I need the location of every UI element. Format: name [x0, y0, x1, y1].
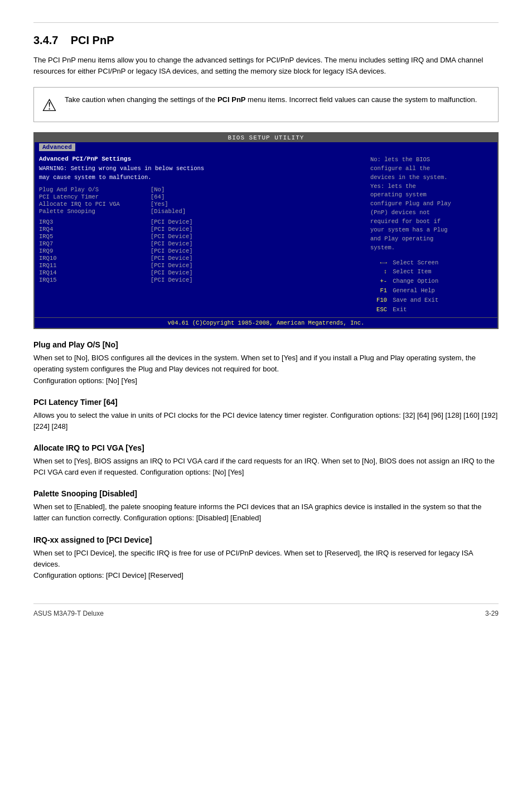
subsection-text-plug-play: When set to [No], BIOS configures all th… — [33, 352, 499, 386]
bios-tab-advanced[interactable]: Advanced — [39, 143, 75, 151]
subsection-text-allocate-irq: When set to [Yes], BIOS assigns an IRQ t… — [33, 456, 499, 478]
bios-row-irq4: IRQ4 [PCI Device] — [39, 226, 370, 233]
subsection-irq-assigned: IRQ-xx assigned to [PCI Device] When set… — [33, 535, 499, 581]
warning-box: ⚠ Take caution when changing the setting… — [33, 87, 499, 122]
bios-nav-exit: ESC Exit — [370, 305, 493, 315]
bios-left-panel: Advanced PCI/PnP Settings WARNING: Setti… — [39, 156, 370, 314]
subsection-title-palette: Palette Snooping [Disabled] — [33, 489, 499, 498]
bios-navigation: ←→ Select Screen ↕ Select Item +- Change… — [370, 258, 493, 315]
bios-warning: WARNING: Setting wrong values in below s… — [39, 165, 370, 181]
subsection-text-palette: When set to [Enabled], the palete snoopi… — [33, 501, 499, 524]
bios-row-irq9: IRQ9 [PCI Device] — [39, 248, 370, 254]
bios-nav-help: F1 General Help — [370, 286, 493, 296]
bios-row-plug-play: Plug And Play O/S [No] — [39, 186, 370, 193]
footer-left: ASUS M3A79-T Deluxe — [33, 610, 104, 617]
subsection-plug-play: Plug and Play O/S [No] When set to [No],… — [33, 340, 499, 386]
bios-row-irq3: IRQ3 [PCI Device] — [39, 219, 370, 225]
subsection-title-plug-play: Plug and Play O/S [No] — [33, 340, 499, 349]
bios-footer: v04.61 (C)Copyright 1985-2008, American … — [35, 317, 497, 328]
bios-nav-item: ↕ Select Item — [370, 267, 493, 277]
subsection-text-pci-latency: Allows you to select the value in units … — [33, 410, 499, 432]
bios-content: Advanced PCI/PnP Settings WARNING: Setti… — [35, 152, 497, 317]
subsection-title-pci-latency: PCI Latency Timer [64] — [33, 398, 499, 407]
bios-description: No: lets the BIOS configure all the devi… — [370, 156, 493, 252]
subsection-title-allocate-irq: Allocate IRQ to PCI VGA [Yes] — [33, 443, 499, 452]
bios-row-pci-latency: PCI Latency Timer [64] — [39, 194, 370, 200]
warning-text: Take caution when changing the settings … — [65, 94, 477, 105]
bios-section-header: Advanced PCI/PnP Settings — [39, 156, 370, 162]
bios-row-irq7: IRQ7 [PCI Device] — [39, 240, 370, 247]
warning-icon: ⚠ — [42, 95, 57, 115]
bios-right-panel: No: lets the BIOS configure all the devi… — [370, 156, 493, 314]
footer-right: 3-29 — [485, 610, 499, 617]
subsection-palette: Palette Snooping [Disabled] When set to … — [33, 489, 499, 524]
bios-row-irq10: IRQ10 [PCI Device] — [39, 255, 370, 262]
bios-row-palette: Palette Snooping [Disabled] — [39, 208, 370, 215]
subsection-text-irq-assigned: When set to [PCI Device], the specific I… — [33, 548, 499, 581]
bios-tab-bar: Advanced — [35, 142, 497, 152]
bios-row-irq5: IRQ5 [PCI Device] — [39, 233, 370, 240]
bios-screen: BIOS SETUP UTILITY Advanced Advanced PCI… — [33, 132, 499, 329]
bios-row-allocate-irq: Allocate IRQ to PCI VGA [Yes] — [39, 201, 370, 207]
bios-nav-screen: ←→ Select Screen — [370, 258, 493, 268]
warning-bold: PCI PnP — [217, 95, 246, 104]
subsection-title-irq-assigned: IRQ-xx assigned to [PCI Device] — [33, 535, 499, 544]
bios-row-irq14: IRQ14 [PCI Device] — [39, 269, 370, 276]
page-footer: ASUS M3A79-T Deluxe 3-29 — [33, 603, 499, 617]
subsection-pci-latency: PCI Latency Timer [64] Allows you to sel… — [33, 398, 499, 432]
bios-row-irq11: IRQ11 [PCI Device] — [39, 262, 370, 269]
bios-nav-option: +- Change Option — [370, 277, 493, 286]
section-title: 3.4.7 PCI PnP — [33, 34, 499, 47]
intro-paragraph: The PCI PnP menu items allow you to chan… — [33, 55, 499, 77]
subsection-allocate-irq: Allocate IRQ to PCI VGA [Yes] When set t… — [33, 443, 499, 478]
bios-row-irq15: IRQ15 [PCI Device] — [39, 277, 370, 283]
bios-title-bar: BIOS SETUP UTILITY — [35, 133, 497, 142]
bios-nav-save: F10 Save and Exit — [370, 296, 493, 305]
